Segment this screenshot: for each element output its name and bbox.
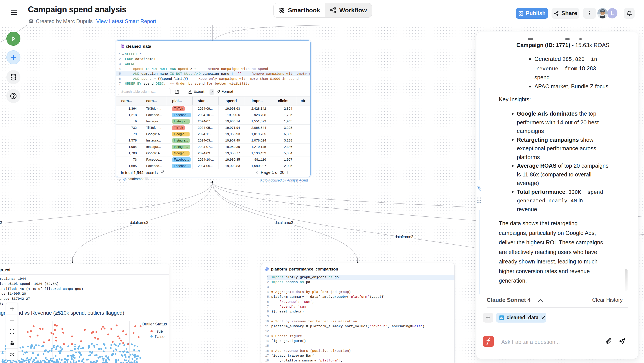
svg-text:SQL: SQL	[122, 46, 124, 47]
svg-text:True: True	[155, 329, 163, 333]
svg-text:Outlier Status: Outlier Status	[142, 322, 167, 326]
svg-text:False: False	[155, 334, 164, 339]
svg-text:SQL: SQL	[500, 317, 503, 319]
